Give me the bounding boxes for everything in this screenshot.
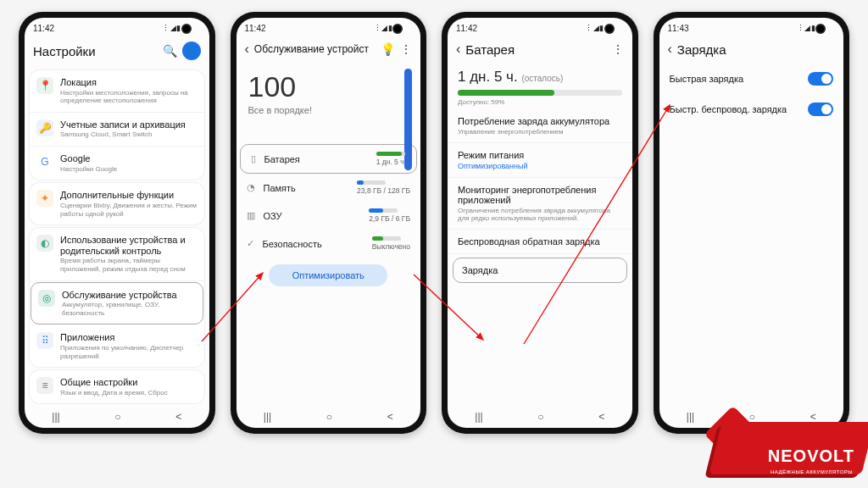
metric-list: ▯ Батарея 1 дн. 5 ч.◔ Память 23,8 ГБ / 1…	[236, 144, 421, 258]
battery-section[interactable]: Зарядка	[453, 258, 627, 283]
time-remaining: 1 дн. 5 ч.	[458, 69, 518, 85]
avatar[interactable]: 👤	[182, 42, 201, 60]
clock: 11:42	[33, 24, 54, 33]
search-icon[interactable]: 🔍	[163, 44, 177, 58]
settings-group: ◐ Использование устройства и родительски…	[30, 228, 204, 367]
recents-button[interactable]: |||	[475, 411, 482, 423]
camera-cutout	[815, 24, 826, 34]
back-icon[interactable]: ‹	[245, 42, 249, 57]
metric-label: ОЗУ	[264, 211, 361, 221]
more-icon[interactable]: ⋮	[612, 42, 624, 56]
neovolt-logo: NEOVOLT НАДЁЖНЫЕ АККУМУЛЯТОРЫ	[707, 400, 868, 481]
settings-item[interactable]: ⠿ Приложения Приложения по умолчанию, Ди…	[30, 325, 204, 367]
toggle-switch[interactable]	[808, 72, 833, 86]
item-subtitle: Настройки Google	[60, 165, 198, 174]
settings-item[interactable]: ◐ Использование устройства и родительски…	[30, 228, 204, 280]
metric-value: 2,9 ГБ / 6 ГБ	[369, 214, 410, 223]
settings-group: 📍 Локация Настройки местоположения, запр…	[30, 70, 204, 180]
page-title: Обслуживание устройст	[254, 43, 376, 55]
settings-item[interactable]: G Google Настройки Google	[30, 147, 204, 180]
item-icon: ◐	[36, 235, 53, 252]
section-title: Беспроводная обратная зарядка	[458, 236, 622, 247]
section-title: Режим питания	[458, 150, 622, 160]
item-title: Использование устройства и родительский …	[60, 235, 198, 256]
item-subtitle: Samsung Cloud, Smart Switch	[60, 130, 198, 139]
camera-cutout	[604, 24, 615, 34]
toggle-switch[interactable]	[808, 103, 833, 116]
metric-bar	[369, 208, 398, 213]
recents-button[interactable]: |||	[52, 411, 59, 423]
metric-row[interactable]: ◔ Память 23,8 ГБ / 128 ГБ	[236, 174, 421, 202]
metric-value: 1 дн. 5 ч.	[376, 158, 406, 166]
settings-list[interactable]: 📍 Локация Настройки местоположения, запр…	[25, 67, 209, 406]
back-button[interactable]: <	[598, 411, 604, 423]
toggle-row[interactable]: Быстрая зарядка	[659, 64, 844, 94]
battery-section[interactable]: Режим питанияОптимизированный	[448, 143, 632, 178]
battery-section[interactable]: Беспроводная обратная зарядка	[448, 230, 632, 254]
metric-label: Батарея	[264, 154, 368, 164]
nav-bar: ||| ○ <	[25, 406, 209, 428]
item-icon: ≡	[36, 377, 53, 394]
phone-battery: 11:42 ⋮ ◢ ▮ ‹ Батарея ⋮ 1 дн. 5 ч. (оста…	[442, 12, 638, 434]
settings-group: ✦ Дополнительные функции Сценарии Bixby,…	[30, 183, 204, 225]
metric-label: Безопасность	[263, 239, 364, 249]
item-icon: 🔑	[36, 119, 53, 136]
back-button[interactable]: <	[175, 411, 181, 423]
clock: 11:43	[668, 24, 689, 33]
item-subtitle: Язык и ввод, Дата и время, Сброс	[60, 389, 198, 397]
page-title: Настройки	[33, 44, 158, 58]
item-subtitle: Настройки местоположения, запросы на опр…	[60, 89, 198, 105]
settings-item[interactable]: ✦ Дополнительные функции Сценарии Bixby,…	[30, 183, 204, 225]
nav-bar: ||| ○ <	[448, 406, 632, 428]
section-title: Зарядка	[462, 265, 618, 275]
item-title: Дополнительные функции	[60, 190, 198, 201]
status-icons: ⋮ ◢ ▮	[797, 24, 815, 32]
metric-row[interactable]: ✓ Безопасность Выключено	[236, 230, 421, 258]
item-title: Google	[60, 153, 198, 164]
item-subtitle: Сценарии Bixby, Движения и жесты, Режим …	[60, 202, 198, 218]
more-icon[interactable]: ⋮	[400, 42, 412, 56]
settings-item[interactable]: 📍 Локация Настройки местоположения, запр…	[30, 70, 204, 113]
lightbulb-icon[interactable]: 💡	[381, 42, 395, 56]
item-subtitle: Приложения по умолчанию, Диспетчер разре…	[60, 344, 198, 360]
metric-label: Память	[264, 183, 349, 193]
item-title: Локация	[60, 77, 198, 88]
battery-progress	[458, 90, 622, 96]
recents-button[interactable]: |||	[687, 411, 694, 423]
toggle-row[interactable]: Быстр. беспровод. зарядка	[659, 94, 844, 125]
settings-group: ≡ Общие настройки Язык и ввод, Дата и вр…	[30, 370, 204, 403]
item-title: Приложения	[60, 332, 198, 343]
settings-item[interactable]: ≡ Общие настройки Язык и ввод, Дата и вр…	[30, 370, 204, 403]
item-icon: G	[36, 153, 53, 170]
back-button[interactable]: <	[387, 411, 393, 423]
status-icons: ⋮ ◢ ▮	[162, 24, 180, 32]
back-icon[interactable]: ‹	[456, 42, 460, 57]
item-title: Общие настройки	[60, 377, 198, 388]
section-value: Оптимизированный	[458, 162, 622, 170]
settings-item[interactable]: 🔑 Учетные записи и архивация Samsung Clo…	[30, 113, 204, 147]
phone-settings: 11:42 ⋮ ◢ ▮ Настройки 🔍 👤 📍 Локация Наст…	[19, 12, 215, 434]
metric-row[interactable]: ▯ Батарея 1 дн. 5 ч.	[240, 144, 418, 174]
settings-item[interactable]: ◎ Обслуживание устройства Аккумулятор, х…	[31, 282, 203, 325]
item-title: Обслуживание устройства	[62, 290, 196, 301]
logo-tagline: НАДЁЖНЫЕ АККУМУЛЯТОРЫ	[771, 469, 853, 474]
home-button[interactable]: ○	[537, 411, 543, 423]
clock: 11:42	[245, 24, 266, 33]
back-icon[interactable]: ‹	[668, 42, 672, 57]
battery-section[interactable]: Мониторинг энергопотребления приложенийО…	[448, 178, 632, 230]
header: ‹ Батарея ⋮	[448, 38, 632, 64]
optimize-button[interactable]: Оптимизировать	[269, 264, 387, 286]
battery-section[interactable]: Потребление заряда аккумулятораУправлени…	[448, 109, 632, 143]
home-button[interactable]: ○	[326, 411, 332, 423]
item-icon: ◎	[38, 290, 55, 307]
item-icon: ✦	[36, 190, 53, 207]
score-value: 100	[248, 70, 409, 103]
recents-button[interactable]: |||	[264, 411, 271, 423]
nav-bar: ||| ○ <	[236, 406, 421, 428]
page-title: Зарядка	[677, 42, 835, 57]
metric-row[interactable]: ▥ ОЗУ 2,9 ГБ / 6 ГБ	[236, 202, 421, 230]
home-button[interactable]: ○	[114, 411, 120, 423]
metric-bar	[376, 152, 405, 156]
item-icon: 📍	[36, 77, 53, 94]
battery-sections: Потребление заряда аккумулятораУправлени…	[448, 109, 632, 286]
